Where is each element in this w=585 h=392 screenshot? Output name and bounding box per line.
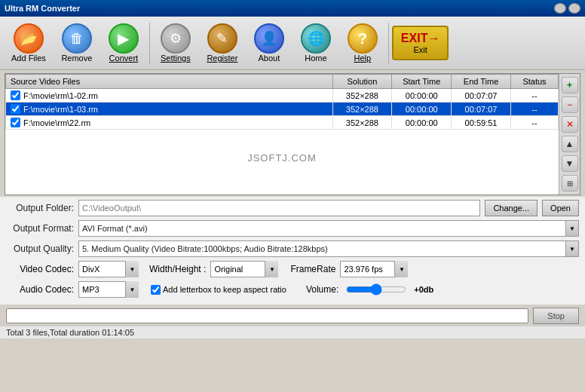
register-icon: ✎ [207, 23, 237, 54]
toolbar: 📂 Add Files 🗑 Remove ▶ Convert ⚙ Setting… [0, 17, 585, 70]
settings-label: Settings [161, 54, 191, 63]
output-quality-label: Output Quality: [6, 243, 74, 254]
progress-bar [6, 308, 528, 323]
side-up-button[interactable]: ▲ [562, 136, 578, 152]
settings-icon: ⚙ [161, 23, 191, 54]
table-row[interactable]: F:\movie\rm\1-03.rm352×28800:00:0000:07:… [6, 103, 559, 116]
side-button-panel: + − ✕ ▲ ▼ ⊞ [559, 74, 580, 194]
output-folder-row: Output Folder: Change... Open [6, 200, 579, 216]
video-codec-label: Video Codec: [6, 264, 74, 274]
row-checkbox-2[interactable] [11, 118, 20, 127]
output-folder-label: Output Folder: [6, 203, 74, 213]
col-header-end: End Time [452, 75, 511, 89]
minimize-button[interactable] [554, 3, 566, 14]
row-start-time: 00:00:00 [392, 89, 452, 103]
register-button[interactable]: ✎ Register [200, 20, 245, 66]
remove-icon: 🗑 [62, 23, 92, 54]
row-solution: 352×288 [332, 103, 392, 116]
output-quality-select[interactable]: 5. Medium Quality (Video Bitrate:1000kbp… [78, 240, 579, 257]
side-add-button[interactable]: + [562, 77, 578, 93]
letterbox-checkbox-label[interactable]: Add letterbox to keep aspect ratio [151, 285, 286, 295]
side-cancel-button[interactable]: ✕ [562, 116, 578, 133]
add-files-label: Add Files [11, 54, 46, 63]
side-remove-button[interactable]: − [562, 96, 578, 113]
audio-codec-select[interactable]: MP3AACAC3 [78, 281, 139, 298]
side-grid-button[interactable]: ⊞ [562, 175, 578, 191]
row-solution: 352×288 [332, 89, 392, 103]
row-status: -- [510, 89, 558, 103]
letterbox-checkbox[interactable] [151, 285, 161, 295]
remove-button[interactable]: 🗑 Remove [54, 20, 100, 66]
stop-button[interactable]: Stop [533, 308, 579, 324]
file-table-wrapper: Source Video Files Solution Start Time E… [5, 74, 559, 194]
video-codec-wrapper: DivXXvidH.264 ▼ [78, 261, 139, 277]
output-format-label: Output Format: [6, 223, 74, 234]
add-files-icon: 📂 [14, 23, 44, 54]
side-down-button[interactable]: ▼ [562, 155, 578, 172]
toolbar-separator-2 [388, 23, 389, 64]
file-table: Source Video Files Solution Start Time E… [5, 74, 559, 130]
row-filename-0: F:\movie\rm\1-02.rm [23, 91, 98, 100]
col-header-source: Source Video Files [6, 75, 333, 89]
output-quality-row: Output Quality: 5. Medium Quality (Video… [6, 240, 579, 257]
row-start-time: 00:00:00 [392, 103, 452, 116]
home-button[interactable]: 🌐 Home [293, 20, 338, 66]
watermark: JSOFTJ.COM [5, 130, 559, 171]
width-height-select[interactable]: Original640×480320×240 [210, 261, 278, 277]
table-header-row: Source Video Files Solution Start Time E… [6, 75, 559, 89]
table-row[interactable]: F:\movie\rm\1-02.rm352×28800:00:0000:07:… [6, 89, 559, 103]
help-button[interactable]: ? Help [340, 20, 385, 66]
row-checkbox-1[interactable] [11, 104, 20, 114]
change-folder-button[interactable]: Change... [485, 200, 538, 216]
output-folder-input[interactable] [78, 200, 480, 216]
help-label: Help [354, 54, 372, 63]
window-controls [554, 3, 580, 14]
row-filename-2: F:\movie\rm\22.rm [23, 118, 90, 127]
col-header-start: Start Time [392, 75, 452, 89]
video-codec-select[interactable]: DivXXvidH.264 [78, 261, 139, 277]
row-end-time: 00:59:51 [452, 116, 511, 130]
about-icon: 👤 [254, 23, 284, 54]
convert-label: Convert [109, 54, 139, 63]
progress-row: Stop [6, 308, 579, 324]
register-label: Register [207, 54, 237, 63]
toolbar-separator-1 [149, 23, 150, 64]
framerate-wrapper: 23.976 fps25 fps29.97 fps ▼ [340, 261, 408, 277]
convert-button[interactable]: ▶ Convert [101, 20, 146, 66]
status-bar: Total 3 files,Total duration 01:14:05 [0, 326, 585, 338]
add-files-button[interactable]: 📂 Add Files [5, 20, 53, 66]
row-filename-1: F:\movie\rm\1-03.rm [23, 105, 98, 114]
remove-label: Remove [61, 54, 92, 63]
width-height-wrapper: Original640×480320×240 ▼ [210, 261, 278, 277]
table-row[interactable]: F:\movie\rm\22.rm352×28800:00:0000:59:51… [6, 116, 559, 130]
framerate-label: FrameRate [290, 264, 335, 274]
row-end-time: 00:07:07 [452, 89, 511, 103]
settings-button[interactable]: ⚙ Settings [153, 20, 198, 66]
exit-button[interactable]: EXIT→ Exit [392, 26, 449, 60]
row-checkbox-0[interactable] [11, 90, 20, 100]
letterbox-label-text: Add letterbox to keep aspect ratio [163, 285, 286, 294]
volume-slider[interactable] [346, 284, 406, 295]
output-format-row: Output Format: AVI Format (*.avi)MP4 For… [6, 220, 579, 237]
row-status: -- [510, 103, 558, 116]
maximize-button[interactable] [568, 3, 580, 14]
volume-value: +0db [414, 285, 433, 294]
title-bar: Ultra RM Converter [0, 0, 585, 17]
output-format-wrapper: AVI Format (*.avi)MP4 Format (*.mp4)WMV … [78, 220, 579, 237]
output-format-select[interactable]: AVI Format (*.avi)MP4 Format (*.mp4)WMV … [78, 220, 579, 237]
col-header-solution: Solution [332, 75, 392, 89]
audio-codec-wrapper: MP3AACAC3 ▼ [78, 281, 139, 298]
window-title: Ultra RM Converter [5, 4, 80, 13]
home-label: Home [305, 54, 326, 63]
help-icon: ? [348, 23, 378, 54]
about-button[interactable]: 👤 About [247, 20, 292, 66]
exit-label: Exit [413, 45, 427, 54]
width-height-label: Width/Height : [149, 264, 206, 274]
audio-codec-label: Audio Codec: [6, 284, 74, 295]
framerate-select[interactable]: 23.976 fps25 fps29.97 fps [340, 261, 408, 277]
about-label: About [258, 54, 280, 63]
open-folder-button[interactable]: Open [542, 200, 579, 216]
output-quality-wrapper: 5. Medium Quality (Video Bitrate:1000kbp… [78, 240, 579, 257]
file-list-area: Source Video Files Solution Start Time E… [5, 73, 580, 195]
col-header-status: Status [510, 75, 558, 89]
